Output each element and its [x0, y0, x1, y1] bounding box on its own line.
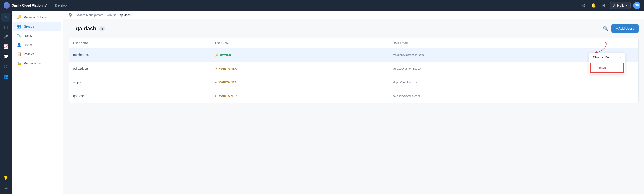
sidebar-item-label: Users	[24, 43, 32, 47]
sidebar-item-label: Policies	[24, 52, 34, 56]
search-button[interactable]: 🔍	[603, 26, 608, 31]
chevron-right-icon: ›	[620, 56, 621, 59]
role-badge: ✂ MAINTAINER	[215, 94, 237, 98]
breadcrumb-home-icon[interactable]: 🏠	[68, 13, 72, 17]
actions-cell: ⋮ Change Role › Remove	[622, 48, 638, 62]
actions-cell: ⋮	[622, 89, 638, 103]
users-nav-icon[interactable]: 👥	[1, 72, 10, 81]
col-actions	[622, 38, 638, 48]
col-username: User Name	[69, 38, 211, 48]
change-role-label: Change Role	[593, 55, 611, 59]
grid-icon-btn[interactable]: ⊞	[600, 2, 607, 9]
org-selector[interactable]: Umbrella ▾	[610, 2, 630, 9]
row-menu-button[interactable]: ⋮	[626, 51, 634, 58]
table-row: mekhareva 🔑 OWNER mekhareva@omilia.com	[69, 48, 638, 62]
role-label: MAINTAINER	[219, 94, 237, 98]
users-table: User Name User Role User Email mekhareva	[69, 38, 638, 103]
policies-icon: 📋	[17, 52, 22, 56]
page-content: ← qa-dash 4 🔍 + Add Users User Name User…	[63, 19, 644, 194]
breadcrumb-current: qa-dash	[120, 13, 130, 17]
sidebar-item-personal-tokens[interactable]: 🔑 Personal Tokens	[14, 13, 61, 22]
role-badge: ✂ MAINTAINER	[215, 67, 237, 70]
role-badge: ✂ MAINTAINER	[215, 81, 237, 84]
microphone-nav-icon[interactable]: 🎤	[1, 32, 10, 41]
email-cell: yluprii@omilia.com	[392, 81, 417, 84]
breadcrumb-access-management[interactable]: Access Management	[76, 13, 103, 17]
username-cell: adrozdova	[73, 67, 88, 70]
sidebar-item-label: Groups	[24, 25, 34, 28]
home-nav-icon[interactable]: ⌂	[1, 13, 10, 22]
remove-label: Remove	[594, 66, 606, 70]
users-table-container: User Name User Role User Email mekhareva	[68, 38, 639, 103]
col-email: User Email	[388, 38, 622, 48]
page-header: ← qa-dash 4 🔍 + Add Users	[68, 25, 639, 33]
user-initials: OD	[635, 4, 639, 7]
sidebar-item-roles[interactable]: 🔧 Roles	[14, 31, 61, 40]
context-menu: Change Role › Remove	[589, 53, 625, 74]
col-role: User Role	[211, 38, 388, 48]
chat-nav-icon[interactable]: 💬	[1, 52, 10, 61]
permissions-icon: 🔒	[17, 61, 22, 65]
breadcrumb-sep1: ›	[74, 13, 74, 17]
brand: ○ Omilia Cloud Platform®	[4, 2, 47, 9]
remove-menu-item[interactable]: Remove	[590, 63, 624, 73]
personal-tokens-icon: 🔑	[17, 15, 22, 19]
icon-sidebar: ⌂ ◫ 🎤 📈 💬 ⬡ 👥 💡 ☁	[0, 11, 12, 194]
email-cell: qa-dash@omilia.com	[392, 94, 420, 98]
row-menu-button[interactable]: ⋮	[626, 79, 634, 86]
puzzle-nav-icon[interactable]: ⬡	[1, 62, 10, 71]
count-badge: 4	[99, 27, 105, 31]
bell-icon-btn[interactable]: 🔔	[590, 2, 597, 9]
table-row: qa-dash ✂ MAINTAINER qa-dash@omilia.com	[69, 89, 638, 103]
role-label: OWNER	[220, 53, 231, 57]
table-row: adrozdova ✂ MAINTAINER adrozdova@omilia.…	[69, 62, 638, 75]
email-cell: adrozdova@omilia.com	[392, 67, 423, 70]
change-role-menu-item[interactable]: Change Role ›	[589, 53, 625, 62]
role-icon: ✂	[215, 67, 218, 70]
analytics-nav-icon[interactable]: 📈	[1, 42, 10, 51]
sidebar-item-policies[interactable]: 📋 Policies	[14, 50, 61, 58]
settings-icon-btn[interactable]: ⚙	[580, 2, 587, 9]
email-cell: mekhareva@omilia.com	[392, 53, 424, 57]
back-button[interactable]: ←	[68, 26, 73, 31]
role-icon: ✂	[215, 81, 218, 84]
sidebar-item-label: Roles	[24, 34, 32, 38]
actions-cell: ⋮	[622, 75, 638, 89]
nav-divider: |	[50, 3, 52, 8]
add-users-button[interactable]: + Add Users	[611, 25, 639, 33]
username-cell: qa-dash	[73, 94, 85, 98]
sidebar-item-groups[interactable]: 👥 Groups	[14, 22, 61, 31]
breadcrumb: 🏠 › Access Management › Groups › qa-dash	[63, 11, 644, 19]
role-icon: 🔑	[215, 53, 218, 57]
sidebar-item-users[interactable]: 👤 Users	[14, 40, 61, 49]
sidebar-item-label: Permissions	[24, 61, 41, 65]
table-body: mekhareva 🔑 OWNER mekhareva@omilia.com	[69, 48, 638, 103]
role-badge: 🔑 OWNER	[215, 53, 231, 57]
role-label: MAINTAINER	[219, 81, 237, 84]
layers-nav-icon[interactable]: ◫	[1, 23, 10, 31]
page-title: qa-dash	[76, 25, 96, 32]
username-cell: yluprii	[73, 80, 82, 84]
chevron-down-icon: ▾	[626, 4, 628, 7]
bulb-nav-icon[interactable]: 💡	[1, 173, 10, 182]
brand-name: Omilia Cloud Platform®	[12, 4, 47, 7]
breadcrumb-groups[interactable]: Groups	[107, 13, 116, 17]
text-sidebar: 🔑 Personal Tokens 👥 Groups 🔧 Roles 👤 Use…	[12, 11, 63, 194]
top-nav: ○ Omilia Cloud Platform® | Develop ⚙ 🔔 ⊞…	[0, 0, 644, 11]
table-header: User Name User Role User Email	[69, 38, 638, 48]
users-icon: 👤	[17, 43, 22, 47]
groups-icon: 👥	[17, 24, 22, 29]
sidebar-item-permissions[interactable]: 🔒 Permissions	[14, 59, 61, 68]
user-avatar[interactable]: OD	[633, 2, 640, 9]
breadcrumb-sep2: ›	[104, 13, 106, 17]
roles-icon: 🔧	[17, 33, 22, 38]
table-row: yluprii ✂ MAINTAINER yluprii@omilia.com	[69, 75, 638, 89]
main-layout: ⌂ ◫ 🎤 📈 💬 ⬡ 👥 💡 ☁ 🔑 Personal Tokens 👥 Gr…	[0, 11, 644, 194]
cloud-nav-icon[interactable]: ☁	[1, 183, 10, 192]
row-menu-button[interactable]: ⋮	[626, 65, 634, 72]
role-icon: ✂	[215, 94, 218, 98]
top-nav-right: ⚙ 🔔 ⊞ Umbrella ▾ OD	[580, 2, 640, 9]
content-area: 🏠 › Access Management › Groups › qa-dash…	[63, 11, 644, 194]
brand-icon: ○	[4, 2, 10, 9]
row-menu-button[interactable]: ⋮	[626, 92, 634, 100]
